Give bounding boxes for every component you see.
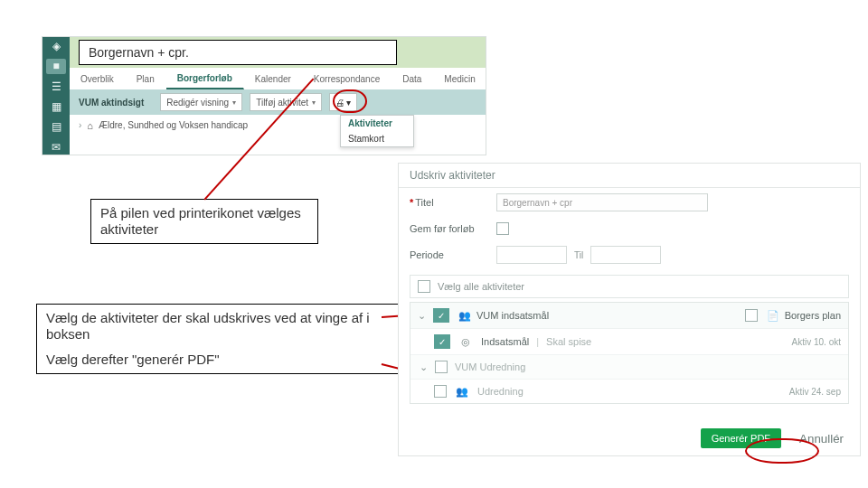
nav-dashboard-icon[interactable]: ■ [46, 59, 66, 73]
nav-eye-icon[interactable]: ◈ [46, 39, 66, 53]
select-all-row[interactable]: Vælg alle aktiviteter [410, 275, 849, 298]
tree-item-icon: ⌂ [87, 120, 93, 131]
activity-checkbox[interactable] [435, 361, 448, 373]
titel-input[interactable] [496, 193, 708, 211]
callout-borger: Borgernavn + cpr. [79, 40, 397, 65]
periode-label: Periode [410, 249, 487, 260]
activity-name: VUM Udredning [455, 361, 525, 372]
periode-from-input[interactable] [496, 246, 567, 264]
titel-label: *Titel [410, 197, 487, 208]
separator: | [536, 336, 539, 347]
periode-to-input[interactable] [590, 246, 661, 264]
callout-borger-text: Borgernavn + cpr. [89, 45, 189, 60]
activity-name: Udredning [477, 386, 524, 397]
chevron-down-icon: ▾ [312, 99, 316, 107]
chevron-right-icon[interactable]: › [79, 120, 81, 130]
activity-checkbox[interactable]: ✓ [434, 334, 450, 349]
document-icon: 📄 [765, 309, 781, 322]
chevron-down-icon: ▾ [232, 99, 236, 107]
chevron-down-icon[interactable]: ⌄ [420, 361, 428, 373]
chevron-down-icon[interactable]: ⌄ [418, 310, 426, 322]
label-text: Titel [415, 197, 433, 208]
button-label: Annullér [799, 432, 844, 446]
row-periode: Periode Til [399, 240, 860, 269]
activity-extra: Skal spise [546, 336, 591, 347]
tab-label: Borgerforløb [177, 73, 232, 83]
chip-label: VUM indsatsmål [476, 310, 549, 321]
borgersplan-checkbox[interactable] [745, 309, 758, 322]
tab-medicin[interactable]: Medicin [433, 68, 486, 89]
annotation-print-arrow: På pilen ved printerikonet vælges aktivi… [90, 199, 318, 244]
borgersplan-chip: 📄 Borgers plan [765, 309, 841, 322]
print-button[interactable]: 🖨 ▾ [329, 93, 357, 111]
activity-meta: Aktiv 10. okt [792, 337, 841, 347]
annotation-text: Vælg derefter "generér PDF" [46, 352, 390, 368]
print-activities-panel: Udskriv aktiviteter *Titel Gem før forlø… [398, 163, 861, 456]
target-icon: ◎ [458, 335, 474, 348]
activities-header: ⌄ ✓ 👥 VUM indsatsmål 📄 Borgers plan [410, 303, 848, 329]
tab-kalender[interactable]: Kalender [244, 68, 303, 89]
select-all-label: Vælg alle aktiviteter [438, 281, 524, 292]
tab-label: Medicin [444, 74, 475, 84]
tab-label: Plan [137, 74, 155, 84]
nav-mail-icon[interactable]: ✉ [46, 140, 66, 155]
tab-korrespondance[interactable]: Korrespondance [303, 68, 392, 89]
nav-clipboard-icon[interactable]: ▤ [46, 119, 66, 134]
generate-pdf-button[interactable]: Generér PDF [701, 428, 781, 448]
annotation-text: Vælg de aktiviteter der skal udskrives v… [46, 310, 390, 343]
row-gemfor: Gem før forløb [399, 217, 860, 240]
app-screenshot: ◈ ■ ☰ ▦ ▤ ✉ Borgernavn + cpr. Overblik P… [42, 36, 486, 155]
nav-calendar-icon[interactable]: ▦ [46, 99, 66, 114]
add-activity-label: Tilføj aktivitet [256, 98, 308, 108]
edit-view-select[interactable]: Redigér visning ▾ [160, 93, 242, 111]
activity-meta: Aktiv 24. sep [789, 387, 841, 397]
vum-check[interactable]: ✓ [433, 308, 449, 323]
activity-name: Indsatsmål [481, 336, 529, 347]
select-all-checkbox[interactable] [418, 280, 430, 293]
button-label: Generér PDF [712, 433, 770, 444]
tabs-bar: Overblik Plan Borgerforløb Kalender Korr… [70, 68, 486, 90]
activities-list: ⌄ ✓ 👥 VUM indsatsmål 📄 Borgers plan ✓ ◎ … [410, 302, 849, 404]
activity-row: 👥 Udredning Aktiv 24. sep [410, 380, 848, 403]
annotation-text: På pilen ved printerikonet vælges aktivi… [100, 205, 301, 237]
tab-plan[interactable]: Plan [126, 68, 166, 89]
chip-label: Borgers plan [785, 310, 841, 321]
tab-borgerforlob[interactable]: Borgerforløb [166, 68, 244, 89]
activity-checkbox[interactable] [434, 385, 447, 398]
activity-tree: › ⌂ Ældre, Sundhed og Voksen handicap [70, 115, 486, 165]
row-titel: *Titel [399, 188, 860, 217]
tab-overblik[interactable]: Overblik [70, 68, 126, 89]
tab-label: Overblik [80, 74, 114, 84]
gemfor-checkbox[interactable] [496, 222, 509, 235]
gemfor-label: Gem før forløb [410, 223, 487, 234]
vum-chip: 👥 VUM indsatsmål [457, 309, 549, 322]
side-nav: ◈ ■ ☰ ▦ ▤ ✉ [42, 37, 70, 155]
people-icon: 👥 [454, 385, 470, 398]
cancel-button[interactable]: Annullér [794, 431, 849, 446]
printer-icon: 🖨 [335, 98, 344, 108]
tab-label: Korrespondance [314, 74, 380, 84]
panel-title: Udskriv aktiviteter [399, 164, 860, 188]
periode-to-label: Til [574, 250, 583, 260]
tab-label: Data [402, 74, 421, 84]
panel-footer: Generér PDF Annullér [701, 428, 849, 448]
chevron-down-icon: ▾ [346, 98, 351, 108]
toolbar: VUM aktindsigt Redigér visning ▾ Tilføj … [70, 89, 486, 115]
activity-row: ⌄ VUM Udredning [410, 355, 848, 380]
people-icon: 👥 [457, 309, 473, 322]
activity-row: ✓ ◎ Indsatsmål | Skal spise Aktiv 10. ok… [410, 329, 848, 355]
edit-view-label: Redigér visning [166, 98, 229, 108]
tree-item-label[interactable]: Ældre, Sundhed og Voksen handicap [99, 120, 248, 130]
nav-list-icon[interactable]: ☰ [46, 80, 66, 94]
annotation-select-activities: Vælg de aktiviteter der skal udskrives v… [36, 304, 400, 374]
tab-data[interactable]: Data [392, 68, 433, 89]
tab-label: Kalender [255, 74, 291, 84]
toolbar-title: VUM aktindsigt [79, 98, 144, 108]
